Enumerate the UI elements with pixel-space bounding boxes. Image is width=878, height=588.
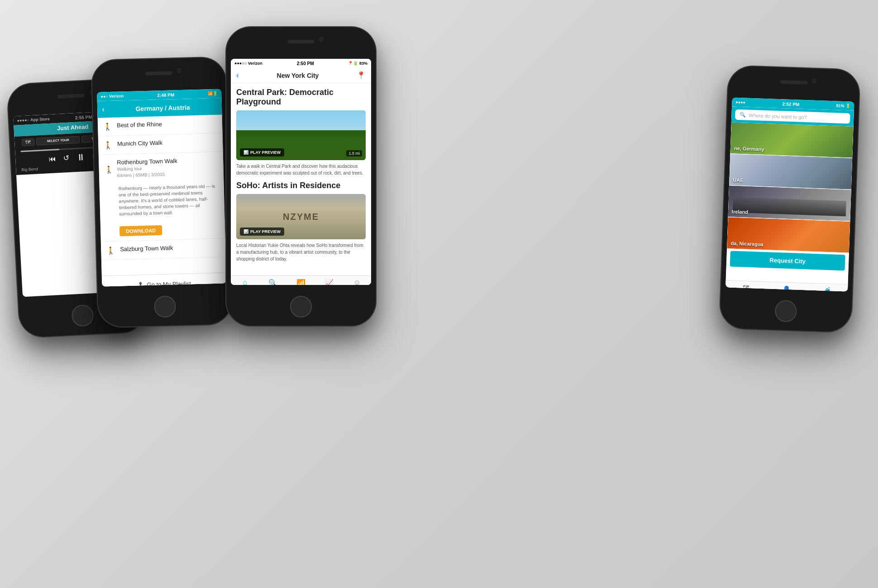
germany-austria-screen: ‹ Germany / Austria 🚶 Best of the Rhine … [97,98,227,286]
central-park-title: Central Park: Democratic Playground [236,88,366,107]
play-preview-2[interactable]: 📊 PLAY PREVIEW [240,228,284,236]
tab4-map[interactable]: 🗺 Map [725,283,766,291]
munich-icon: 🚶 [104,141,113,150]
map-tab-icon: 🗺 [743,284,749,291]
place-card-ireland[interactable]: Ireland [728,185,851,221]
phone-camera-4 [812,79,816,83]
go-to-playlist-text: Go to My Playlist [147,280,191,286]
place-card-uae[interactable]: UAE [729,154,852,190]
germany-image [730,122,853,157]
home-button-2[interactable] [154,295,176,318]
rothenburg-content: Rothenburg Town Walk Walking tour 64mins… [117,156,218,180]
rhine-icon: 🚶 [103,123,112,132]
status-time-2: 2:48 PM [157,92,174,98]
location-icon: 📍 [357,71,366,80]
nyc-header: ‹ New York City 📍 [231,68,371,83]
library-icon: 📶 [296,279,305,285]
request-city-btn[interactable]: Request City [730,251,845,270]
tab-store[interactable]: 🔍 Store [259,279,287,285]
nyc-screen: ‹ New York City 📍 Central Park: Democrat… [231,68,371,285]
status-time-4: 2:52 PM [782,101,799,107]
search-placeholder: Where do you want to go? [749,112,807,119]
tab4-mytrips[interactable]: 🧳 My Trips [806,286,848,291]
status-battery-4: 81% 🔋 [836,103,851,108]
download-area: DOWNLOAD [106,223,162,237]
home-button-1[interactable] [71,304,94,327]
munich-title: Munich City Walk [117,138,217,147]
germany-label: ne, Germany [734,146,764,152]
place-card-nicaragua[interactable]: da, Nicaragua [727,217,850,253]
download-btn[interactable]: DOWNLOAD [119,225,162,236]
search-bar[interactable]: 🔍 Where do you want to go? [735,109,850,124]
ireland-overlay [733,197,846,216]
soho-image: NZYME 📊 PLAY PREVIEW [236,194,366,239]
status-carrier-4: ●●●● [735,100,745,105]
phone-camera-3 [319,37,324,42]
home-button-4[interactable] [775,300,797,322]
phone-4-screen: ●●●● 2:52 PM 81% 🔋 🔍 Where do you want t… [725,97,854,291]
phone-camera-2 [177,68,181,73]
search-icon: 🔍 [740,112,746,118]
play-preview-1[interactable]: 📊 PLAY PREVIEW [240,148,284,156]
uae-image [729,154,852,189]
places-tab-bar: 🗺 Map 👤 Places 🧳 My Trips [725,280,848,291]
just-ahead-title: Just Ahead [57,123,89,132]
phone-speaker-4 [780,80,807,85]
tab-me[interactable]: ☺ Me [343,279,371,285]
phone-2-screen: ●●○ Verizon 2:48 PM 📶🔋 ‹ Germany / Austr… [97,89,226,286]
rewind-btn[interactable]: ⏮ [48,155,56,163]
nyc-tab-bar: ⌂ Home 🔍 Store 📶 Library 📈 Timeline ☺ [231,275,371,285]
pause-btn[interactable]: ⏸ [76,152,86,163]
tab4-places[interactable]: 👤 Places [766,285,807,291]
play-preview-label-1: PLAY PREVIEW [250,150,281,155]
bar-chart-icon: 📊 [243,150,248,155]
progress-fill [20,148,59,152]
place-card-germany[interactable]: ne, Germany [730,122,853,158]
nicaragua-label: da, Nicaragua [730,241,763,247]
nyc-content: Central Park: Democratic Playground 📊 PL… [231,83,371,275]
tab-timeline[interactable]: 📈 Timeline [315,279,343,285]
rhine-title: Best of the Rhine [117,119,217,129]
rhine-content: Best of the Rhine [117,119,217,130]
rothenburg-icon: 🚶 [104,165,113,174]
phone-speaker-3 [287,40,315,43]
select-tour-btn[interactable]: SELECT TOUR [36,136,80,145]
home-button-3[interactable] [290,296,312,318]
salzburg-content: Salzburg Town Walk [120,243,220,254]
munich-content: Munich City Walk [117,138,217,148]
trips-tab-icon: 🧳 [823,287,831,292]
tab-library[interactable]: 📶 Library [287,279,315,285]
bar-chart-icon-2: 📊 [243,229,248,234]
map-icon-btn[interactable]: 🗺 [22,138,35,146]
rothenburg-body: Rothenburg — nearly a thousand years old… [105,183,220,218]
timeline-icon: 📈 [324,279,334,285]
soho-title: SoHo: Artists in Residence [236,181,366,190]
ireland-label: Ireland [732,209,748,215]
share-icon: ⬆ [137,280,143,286]
rothenburg-header-row: 🚶 Rothenburg Town Walk Walking tour 64mi… [104,156,218,180]
tour-list: 🚶 Best of the Rhine 🚶 Munich City Walk 🚶 [98,114,226,275]
places-screen: 🔍 Where do you want to go? ne, Germany U… [725,106,854,291]
phone-speaker [57,94,85,99]
store-icon: 🔍 [268,279,277,285]
status-time-3: 2:50 PM [297,61,314,66]
home-icon: ⌂ [243,279,247,285]
list-item-salzburg[interactable]: 🚶 Salzburg Town Walk [101,238,226,260]
nzyme-label: NZYME [283,212,319,222]
salzburg-icon: 🚶 [106,247,115,256]
list-item-munich[interactable]: 🚶 Munich City Walk [98,133,223,155]
duration-badge-1: 1.5 mi [346,150,362,156]
list-item-rothenburg[interactable]: 🚶 Rothenburg Town Walk Walking tour 64mi… [99,152,225,242]
central-park-image: 📊 PLAY PREVIEW 1.5 mi [236,110,366,160]
rothenburg-meta: 64mins | 65MB | 3/2015 [117,171,218,178]
phone-3-screen: ●●●○○ Verizon 2:50 PM 📍🔋 83% ‹ New York … [231,59,371,285]
tab-home[interactable]: ⌂ Home [231,279,259,285]
replay-btn[interactable]: ↺ [63,154,69,163]
status-icons-2: 📶🔋 [208,91,218,96]
back-btn-2[interactable]: ‹ [102,104,105,114]
list-item-rhine[interactable]: 🚶 Best of the Rhine [98,114,223,136]
me-icon: ☺ [353,279,361,285]
phone-speaker-2 [145,71,172,76]
nyc-title: New York City [239,72,357,79]
central-park-desc: Take a walk in Central Park and discover… [236,163,366,176]
